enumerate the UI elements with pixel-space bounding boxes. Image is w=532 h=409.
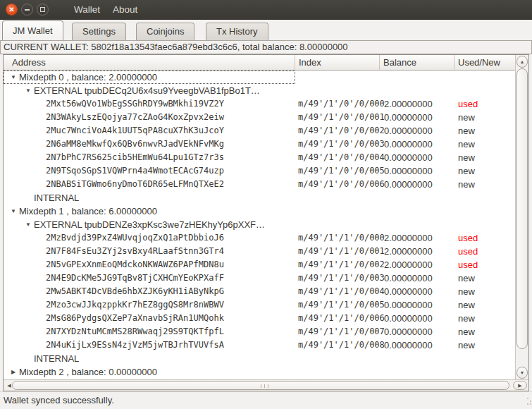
tree-row[interactable]: 2N7bPhC7RS625cib5HEmWu64Lpu1GTz7r3sm/49'… <box>4 151 515 164</box>
column-header-used-new[interactable]: Used/New <box>454 55 515 70</box>
used-new-cell: new <box>454 124 515 138</box>
used-new-cell: new <box>454 298 515 312</box>
status-message: Wallet synced successfully. <box>4 395 114 405</box>
address-cell: 2N6aMM8eMkwfQx6QBv6nwvRJadVEkNFvMKg <box>4 138 295 151</box>
column-header-address[interactable]: Address <box>4 55 295 70</box>
tree-row[interactable]: 2NBABSiTGWmo6nyDmoT6DR65eLFMnQTXeE2m/49'… <box>4 178 515 191</box>
tree-row[interactable]: 2N5vGPExXnmEoQMdckoNKWAWZ6PAPfMDN8um/49'… <box>4 258 515 271</box>
menu-about[interactable]: About <box>113 4 137 15</box>
index-cell <box>295 84 380 97</box>
used-new-cell <box>454 71 515 84</box>
index-cell <box>295 204 380 218</box>
tree-row[interactable]: ▶Mixdepth 2 , balance: 0.00000000 <box>4 365 515 379</box>
maximize-icon[interactable] <box>37 4 49 16</box>
wallet-tree: AddressIndexBalanceUsed/New ▼Mixdepth 0 … <box>3 54 529 391</box>
address-cell: 2N7bPhC7RS625cib5HEmWu64Lpu1GTz7r3s <box>4 151 295 164</box>
tree-row[interactable]: INTERNAL <box>4 352 515 365</box>
index-cell: m/49'/1'/0'/0/000 <box>295 97 380 111</box>
tree-row[interactable]: 2N4uKijLx9ESsN4zjVzM5jwTBJrhTVUVfsAm/49'… <box>4 338 515 352</box>
tree-row[interactable]: 2MzBvdjd39PxZ4WUvqjoqZxQ1aPtDbbioJ6m/49'… <box>4 231 515 245</box>
balance-cell <box>380 352 454 365</box>
tab-coinjoins[interactable]: Coinjoins <box>136 23 194 40</box>
balance-cell: 2.00000000 <box>380 245 454 258</box>
scroll-right-icon[interactable]: ▶ <box>513 381 527 390</box>
tree-row[interactable]: 2N3WAkyLszEQojya77cZAoG4KoxZpvx2eiwm/49'… <box>4 111 515 124</box>
address-cell: 2N9TSqoSGpS1VQWPrn4a4WmotECAcG74uzp <box>4 164 295 178</box>
index-cell: m/49'/1'/1'/0/002 <box>295 258 380 271</box>
column-header-index[interactable]: Index <box>295 55 380 70</box>
row-label: 2NBABSiTGWmo6nyDmoT6DR65eLFMnQTXeE2 <box>46 178 224 191</box>
index-cell <box>295 218 380 231</box>
tree-row[interactable]: INTERNAL <box>4 191 515 204</box>
tree-row[interactable]: 2Muc7WnciVoA4k1UUT5qPA8cuX7hK3uJcoYm/49'… <box>4 124 515 138</box>
index-cell: m/49'/1'/1'/0/005 <box>295 298 380 312</box>
minimize-icon[interactable] <box>21 4 33 16</box>
tree-row[interactable]: ▼EXTERNAL tpubDECq2U6x4su9YveegbVAB1fpBo… <box>4 84 515 97</box>
balance-cell <box>380 204 454 218</box>
used-new-cell: new <box>454 312 515 325</box>
index-cell: m/49'/1'/1'/0/000 <box>295 231 380 245</box>
tree-row[interactable]: 2N7F84FsEu3ZYj2svBxy4RLaafStnn3GTr4m/49'… <box>4 245 515 258</box>
vertical-scrollbar[interactable]: ▲ ▼ <box>515 55 528 379</box>
balance-cell <box>380 365 454 379</box>
expander-open-icon[interactable]: ▼ <box>8 71 19 84</box>
expander-closed-icon[interactable]: ▶ <box>8 365 19 379</box>
tree-row[interactable]: 2Mw5ABKT4DcVBde6hbXZJK6yKH1iAByNkpGm/49'… <box>4 285 515 298</box>
index-cell: m/49'/1'/0'/0/001 <box>295 111 380 124</box>
address-cell: 2N3WAkyLszEQojya77cZAoG4KoxZpvx2eiw <box>4 111 295 124</box>
address-cell: ▼EXTERNAL tpubDENZe3xpKsc3we7zHEKhyYp6pX… <box>4 218 295 231</box>
address-cell: 2N7F84FsEu3ZYj2svBxy4RLaafStnn3GTr4 <box>4 245 295 258</box>
tree-row[interactable]: 2N6aMM8eMkwfQx6QBv6nwvRJadVEkNFvMKgm/49'… <box>4 138 515 151</box>
tree-row[interactable]: ▼EXTERNAL tpubDENZe3xpKsc3we7zHEKhyYp6pX… <box>4 218 515 231</box>
tree-row[interactable]: 2N4E9DcKMe5JG9TqBv8TjCXHCmYEoKPXafFm/49'… <box>4 271 515 285</box>
row-label: 2N9TSqoSGpS1VQWPrn4a4WmotECAcG74uzp <box>46 164 224 178</box>
balance-cell: 2.00000000 <box>380 258 454 271</box>
close-icon[interactable]: ✕ <box>6 4 18 16</box>
scroll-down-icon[interactable]: ▼ <box>516 367 528 379</box>
row-label: Mixdepth 1 , balance: 6.00000000 <box>19 204 157 218</box>
address-cell: 2MzBvdjd39PxZ4WUvqjoqZxQ1aPtDbbioJ6 <box>4 231 295 245</box>
address-cell: 2Mzo3cwJJkqzppkKr7hEZ8ggQS8Mr8nWBWV <box>4 298 295 312</box>
address-cell: 2NBABSiTGWmo6nyDmoT6DR65eLFMnQTXeE2 <box>4 178 295 191</box>
used-new-cell <box>454 218 515 231</box>
tree-row[interactable]: ▼Mixdepth 0 , balance: 2.00000000 <box>4 71 515 84</box>
address-cell: INTERNAL <box>4 352 295 365</box>
balance-cell: 0.00000000 <box>380 138 454 151</box>
expander-open-icon[interactable]: ▼ <box>23 218 34 231</box>
index-cell: m/49'/1'/1'/0/004 <box>295 285 380 298</box>
current-wallet-label: CURRENT WALLET: 5802f18a13543faec6a879eb… <box>0 40 532 54</box>
row-label: 2N4uKijLx9ESsN4zjVzM5jwTBJrhTVUVfsA <box>46 338 224 352</box>
tree-row[interactable]: 2N9TSqoSGpS1VQWPrn4a4WmotECAcG74uzpm/49'… <box>4 164 515 178</box>
index-cell <box>295 191 380 204</box>
balance-cell <box>380 84 454 97</box>
row-label: EXTERNAL tpubDENZe3xpKsc3we7zHEKhyYp6pXX… <box>34 218 265 231</box>
column-header-balance[interactable]: Balance <box>380 55 454 70</box>
address-cell: 2N7XYDzNtuMCmMS28RWwaqj29S9TQKTfpfL <box>4 325 295 338</box>
address-cell: 2N4uKijLx9ESsN4zjVzM5jwTBJrhTVUVfsA <box>4 338 295 352</box>
address-cell: INTERNAL <box>4 191 295 204</box>
scroll-up-icon[interactable]: ▲ <box>516 56 528 68</box>
row-label: Mixdepth 0 , balance: 2.00000000 <box>19 71 157 84</box>
vertical-scrollbar-thumb[interactable] <box>516 68 528 349</box>
index-cell: m/49'/1'/1'/0/001 <box>295 245 380 258</box>
tree-row[interactable]: 2MsG86PydgsQXZeP7aXnavbSjRAn1UMQohkm/49'… <box>4 312 515 325</box>
menu-wallet[interactable]: Wallet <box>74 4 100 15</box>
horizontal-scrollbar[interactable]: ◀ ▶ <box>4 379 528 391</box>
address-cell: ▼Mixdepth 0 , balance: 2.00000000 <box>4 71 295 84</box>
tree-row[interactable]: 2Mzo3cwJJkqzppkKr7hEZ8ggQS8Mr8nWBWVm/49'… <box>4 298 515 312</box>
expander-open-icon[interactable]: ▼ <box>23 84 34 97</box>
expander-open-icon[interactable]: ▼ <box>8 204 19 218</box>
tab-jm-wallet[interactable]: JM Wallet <box>2 20 63 40</box>
tree-row[interactable]: 2Mxt56wQVo1WbEgSSGhRDY9wBMkhi19VZ2Ym/49'… <box>4 97 515 111</box>
horizontal-scrollbar-thumb[interactable] <box>12 381 509 390</box>
balance-cell: 0.00000000 <box>380 285 454 298</box>
address-cell: 2Mxt56wQVo1WbEgSSGhRDY9wBMkhi19VZ2Y <box>4 97 295 111</box>
tab-tx-history[interactable]: Tx History <box>206 23 268 40</box>
used-new-cell <box>454 365 515 379</box>
balance-cell: 0.00000000 <box>380 325 454 338</box>
index-cell: m/49'/1'/0'/0/004 <box>295 151 380 164</box>
tab-settings[interactable]: Settings <box>72 23 126 40</box>
tree-row[interactable]: 2N7XYDzNtuMCmMS28RWwaqj29S9TQKTfpfLm/49'… <box>4 325 515 338</box>
resize-grip[interactable] <box>527 398 528 399</box>
tree-row[interactable]: ▼Mixdepth 1 , balance: 6.00000000 <box>4 204 515 218</box>
